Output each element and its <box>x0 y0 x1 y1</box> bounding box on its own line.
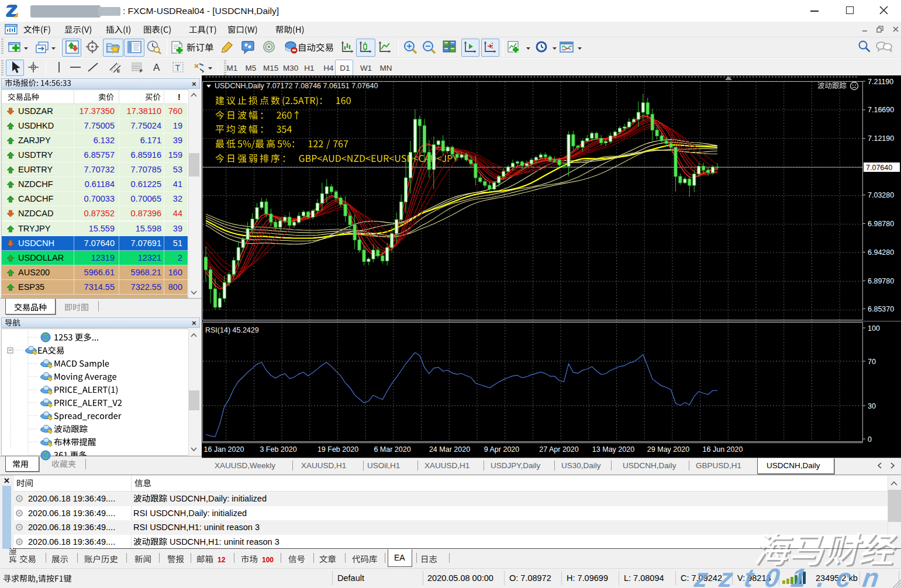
svg-text:RSI(14) 45.2429: RSI(14) 45.2429 <box>205 326 259 334</box>
svg-text:16 Jun 2020: 16 Jun 2020 <box>703 445 743 454</box>
svg-text:6.98780: 6.98780 <box>868 220 894 228</box>
svg-text:7.12190: 7.12190 <box>868 134 894 143</box>
svg-text:F: F <box>140 68 143 74</box>
svg-text:6.89780: 6.89780 <box>868 277 894 285</box>
svg-text:A: A <box>153 62 160 73</box>
svg-text:19 Feb 2020: 19 Feb 2020 <box>317 445 358 454</box>
svg-text:30: 30 <box>868 402 876 410</box>
svg-text:7.03280: 7.03280 <box>868 191 894 199</box>
svg-text:70: 70 <box>868 358 876 366</box>
svg-text:29 May 2020: 29 May 2020 <box>647 445 689 454</box>
svg-text:3 Feb 2020: 3 Feb 2020 <box>260 445 296 454</box>
svg-text:7.07640: 7.07640 <box>866 164 892 172</box>
svg-text:7.21190: 7.21190 <box>868 78 893 86</box>
svg-text:13 May 2020: 13 May 2020 <box>592 445 634 454</box>
svg-text:9 Apr 2020: 9 Apr 2020 <box>484 445 520 454</box>
svg-text:6 Mar 2020: 6 Mar 2020 <box>374 445 410 454</box>
svg-text:E: E <box>117 68 120 74</box>
svg-text:6.94280: 6.94280 <box>868 248 894 257</box>
svg-text:16 Jan 2020: 16 Jan 2020 <box>204 445 244 454</box>
svg-text:6.85370: 6.85370 <box>868 305 894 313</box>
svg-text:7.16690: 7.16690 <box>868 106 894 114</box>
svg-text:100: 100 <box>868 324 880 333</box>
svg-text:USDCNH,Daily 7.07172 7.08746: USDCNH,Daily 7.07172 7.08746 7.06151 7.0… <box>215 82 378 90</box>
svg-text:24 Mar 2020: 24 Mar 2020 <box>429 445 470 454</box>
svg-text:27 Apr 2020: 27 Apr 2020 <box>539 445 578 454</box>
svg-text:T: T <box>175 63 181 72</box>
svg-text:0: 0 <box>868 435 872 444</box>
